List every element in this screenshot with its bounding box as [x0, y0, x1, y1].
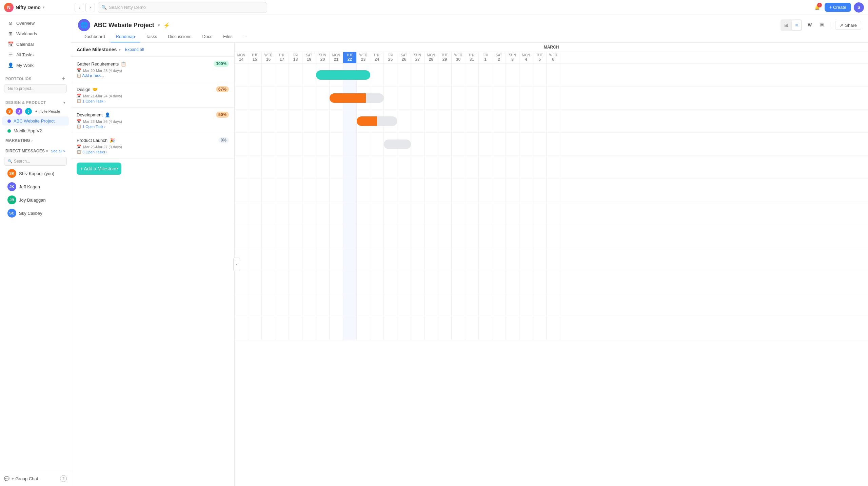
gantt-empty-cell-r0-d20 [506, 156, 519, 179]
gantt-empty-cell-r1-d11 [384, 179, 397, 202]
share-button[interactable]: ↗ Share [835, 21, 861, 30]
gantt-bar-0[interactable] [316, 70, 370, 80]
gantt-bar-1[interactable] [330, 93, 384, 103]
app-chevron: ▾ [43, 5, 44, 9]
gantt-empty-cell-r5-d17 [465, 271, 479, 294]
dm-person-joy[interactable]: JB Joy Balaggan [2, 193, 69, 206]
sidebar-project-abc[interactable]: ABC Website Project [2, 116, 69, 126]
nav-forward-button[interactable]: › [85, 3, 95, 12]
project-chevron-button[interactable]: ▾ [158, 22, 160, 28]
week-view-button[interactable]: W [805, 20, 814, 30]
sidebar-project-mobile[interactable]: Mobile App V2 [2, 126, 69, 135]
tab-more[interactable]: ··· [238, 31, 253, 42]
gantt-empty-cell-r2-d22 [533, 202, 547, 225]
gantt-empty-cell-r4-d4 [289, 248, 302, 271]
sidebar-project-mobile-label: Mobile App V2 [14, 128, 42, 133]
sidebar-item-all-tasks[interactable]: ☰ All Tasks [2, 50, 69, 60]
add-milestone-button[interactable]: + Add a Milestone [77, 163, 121, 175]
gantt-cell-r3-d16 [452, 133, 465, 155]
global-search[interactable]: 🔍 Search Nifty Demo [98, 2, 267, 13]
tab-dashboard[interactable]: Dashboard [78, 31, 111, 42]
app-logo[interactable]: N Nifty Demo ▾ [4, 3, 72, 12]
collapse-panel-button[interactable]: ‹ [233, 258, 240, 271]
list-view-button[interactable]: ≡ [792, 20, 801, 30]
tab-discussions[interactable]: Discussions [162, 31, 197, 42]
marketing-label: MARKETING [5, 138, 30, 143]
launch-tasks-link[interactable]: 📋 3 Open Tasks › [77, 150, 229, 154]
notifications-button[interactable]: 🔔 3 [812, 3, 822, 12]
gantt-empty-cell-r4-d8 [343, 248, 357, 271]
gantt-empty-cell-r7-d3 [275, 317, 289, 340]
project-bolt-icon[interactable]: ⚡ [163, 22, 170, 29]
tab-tasks[interactable]: Tasks [140, 31, 162, 42]
sidebar-item-all-tasks-label: All Tasks [16, 52, 34, 57]
gantt-empty-cell-r1-d19 [492, 179, 506, 202]
gantt-empty-cell-r6-d10 [370, 294, 384, 317]
tab-files[interactable]: Files [218, 31, 238, 42]
portfolios-add-button[interactable]: + [62, 76, 65, 81]
gantt-bar-2[interactable] [357, 116, 397, 126]
invite-people-button[interactable]: + Invite People [35, 109, 60, 113]
help-button[interactable]: ? [60, 475, 67, 482]
gantt-bar-3[interactable] [384, 139, 411, 149]
gantt-cell-r2-d16 [452, 110, 465, 132]
gantt-cell-r0-d18 [479, 63, 492, 86]
gantt-empty-cell-r3-d5 [302, 225, 316, 248]
dm-person-sky[interactable]: SC Sky Calibey [2, 207, 69, 220]
gantt-empty-cell-r0-d3 [275, 156, 289, 179]
gantt-empty-cell-r6-d9 [357, 294, 370, 317]
design-date: Mar 21-Mar 24 (4 days) [83, 94, 122, 98]
tab-docs[interactable]: Docs [197, 31, 218, 42]
nav-back-button[interactable]: ‹ [75, 3, 84, 12]
gantt-cell-r3-d9 [357, 133, 370, 155]
gantt-day-30: WED30 [452, 52, 465, 63]
gantt-empty-cell-r5-d14 [425, 271, 438, 294]
milestone-top-design: Design 🤝 67% [77, 86, 229, 92]
design-tasks-link[interactable]: 📋 1 Open Task › [77, 99, 229, 103]
topbar-right: 🔔 3 + Create S [812, 2, 864, 13]
marketing-section[interactable]: MARKETING › [0, 136, 71, 145]
gantt-empty-cell-r0-d16 [452, 156, 465, 179]
milestones-title: Active Milestones ▾ [77, 47, 121, 52]
sidebar-item-my-work-label: My Work [16, 63, 34, 68]
grid-view-button[interactable]: ⊞ [782, 20, 791, 30]
dm-person-shiv[interactable]: SK Shiv Kapoor (you) [2, 167, 69, 180]
sidebar-item-workloads[interactable]: ⊞ Workloads [2, 29, 69, 39]
gantt-cell-r3-d5 [302, 133, 316, 155]
project-search-input[interactable]: Go to project... [4, 84, 67, 93]
user-avatar[interactable]: S [854, 2, 864, 13]
dm-search-input[interactable]: 🔍 Search... [4, 157, 67, 166]
expand-all-button[interactable]: Expand all [125, 47, 144, 52]
gantt-empty-cell-r3-d3 [275, 225, 289, 248]
gantt-empty-cell-r4-d3 [275, 248, 289, 271]
group-chat-icon: 💬 [4, 476, 9, 481]
gantt-empty-cell-r1-d6 [316, 179, 330, 202]
team-avatar-2: J [15, 107, 23, 115]
sidebar-item-my-work[interactable]: 👤 My Work [2, 60, 69, 70]
gantt-cell-r1-d3 [275, 87, 289, 109]
dm-person-jeff[interactable]: JK Jeff Kagan [2, 180, 69, 193]
project-tabs-row: Dashboard Roadmap Tasks Discussions Docs… [78, 31, 861, 42]
milestone-row-design: Design 🤝 67% 📅 Mar 21-Mar 24 (4 days) 📋 … [71, 82, 234, 108]
gantt-empty-row-5 [235, 271, 868, 294]
gather-add-task[interactable]: 📋 Add a Task... [77, 73, 229, 78]
group-chat-button[interactable]: 💬 + Group Chat [4, 476, 38, 481]
month-view-button[interactable]: M [817, 20, 827, 30]
design-calendar-icon: 📅 [77, 94, 81, 98]
gantt-empty-cell-r2-d5 [302, 202, 316, 225]
tab-roadmap[interactable]: Roadmap [111, 31, 140, 42]
create-button[interactable]: + Create [825, 3, 851, 12]
sidebar-item-calendar[interactable]: 📅 Calendar [2, 39, 69, 49]
development-tasks-link[interactable]: 📋 1 Open Task › [77, 124, 229, 129]
project-dot-mobile [7, 129, 11, 133]
gantt-empty-cell-r4-d10 [370, 248, 384, 271]
sidebar-item-overview[interactable]: ⊙ Overview [2, 18, 69, 28]
development-meta: 📅 Mar 23-Mar 26 (4 days) [77, 119, 229, 124]
all-tasks-icon: ☰ [7, 52, 14, 57]
dm-see-all-button[interactable]: See all > [51, 149, 65, 153]
gantt-empty-cell-r0-d0 [235, 156, 248, 179]
milestone-name-launch: Product Launch 🎉 [77, 138, 115, 143]
gantt-cell-r1-d6 [316, 87, 330, 109]
gantt-cell-r1-d17 [465, 87, 479, 109]
gantt-cell-r1-d13 [411, 87, 425, 109]
